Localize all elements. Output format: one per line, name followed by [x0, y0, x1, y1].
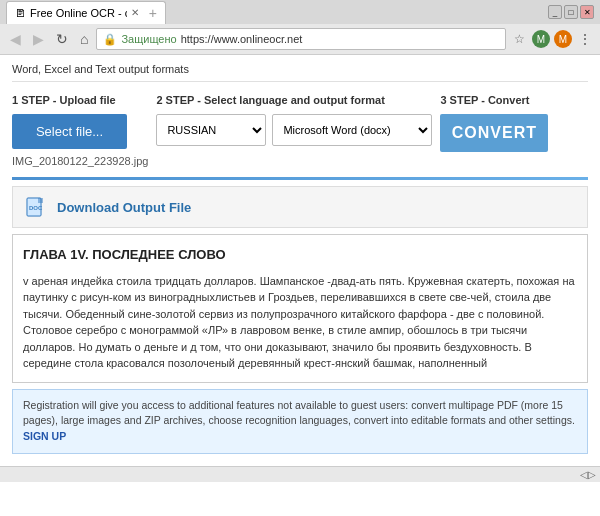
- svg-text:DOC: DOC: [29, 205, 43, 211]
- user-icon-orange[interactable]: M: [554, 30, 572, 48]
- step3-label: 3 STEP - Convert: [440, 94, 548, 106]
- step1-label: 1 STEP - Upload file: [12, 94, 148, 106]
- steps-section: 1 STEP - Upload file Select file... IMG_…: [12, 82, 588, 175]
- nav-bar: ◀ ▶ ↻ ⌂ 🔒 Защищено https://www.onlineocr…: [0, 24, 600, 54]
- svg-rect-3: [38, 198, 43, 203]
- header-text: Word, Excel and Text output formats: [12, 63, 189, 75]
- step2-label: 2 STEP - Select language and output form…: [156, 94, 432, 106]
- registration-text: Registration will give you access to add…: [23, 399, 575, 427]
- minimize-button[interactable]: _: [548, 5, 562, 19]
- user-icon-green[interactable]: M: [532, 30, 550, 48]
- page-content: Word, Excel and Text output formats 1 ST…: [0, 55, 600, 516]
- refresh-button[interactable]: ↻: [52, 29, 72, 49]
- new-tab-button[interactable]: +: [149, 5, 157, 21]
- title-bar: 🖹 Free Online OCR - conv... ✕ + _ □ ✕: [0, 0, 600, 24]
- uploaded-filename: IMG_20180122_223928.jpg: [12, 155, 148, 167]
- scroll-right-icon[interactable]: ▷: [588, 469, 596, 480]
- step3-block: 3 STEP - Convert CONVERT: [432, 94, 548, 152]
- browser-chrome: 🖹 Free Online OCR - conv... ✕ + _ □ ✕ ◀ …: [0, 0, 600, 55]
- download-file-icon: DOC: [25, 195, 49, 219]
- selects-row: RUSSIAN ENGLISH FRENCH Microsoft Word (d…: [156, 114, 432, 146]
- tab-close-button[interactable]: ✕: [131, 7, 139, 18]
- address-url: https://www.onlineocr.net: [181, 33, 303, 45]
- lock-icon: 🔒: [103, 33, 117, 46]
- divider: [12, 177, 588, 180]
- download-link[interactable]: Download Output File: [57, 200, 191, 215]
- window-controls: _ □ ✕: [548, 5, 594, 19]
- scroll-left-icon[interactable]: ◁: [580, 469, 588, 480]
- close-button[interactable]: ✕: [580, 5, 594, 19]
- output-body: v ареная индейка стоила тридцать долларо…: [23, 273, 577, 372]
- home-button[interactable]: ⌂: [76, 29, 92, 49]
- registration-notice: Registration will give you access to add…: [12, 389, 588, 454]
- browser-tab[interactable]: 🖹 Free Online OCR - conv... ✕ +: [6, 1, 166, 24]
- back-button[interactable]: ◀: [6, 29, 25, 49]
- menu-button[interactable]: ⋮: [576, 31, 594, 47]
- tab-favicon: 🖹: [15, 7, 26, 19]
- step1-block: 1 STEP - Upload file Select file... IMG_…: [12, 94, 148, 167]
- forward-button[interactable]: ▶: [29, 29, 48, 49]
- step2-block: 2 STEP - Select language and output form…: [148, 94, 432, 146]
- format-select[interactable]: Microsoft Word (docx) Microsoft Excel (x…: [272, 114, 432, 146]
- language-select[interactable]: RUSSIAN ENGLISH FRENCH: [156, 114, 266, 146]
- maximize-button[interactable]: □: [564, 5, 578, 19]
- address-bar[interactable]: 🔒 Защищено https://www.onlineocr.net: [96, 28, 506, 50]
- page-inner: Word, Excel and Text output formats 1 ST…: [0, 55, 600, 466]
- lock-label: Защищено: [121, 33, 176, 45]
- output-heading: ГЛАВА 1V. ПОСЛЕДНЕЕ СЛОВО: [23, 245, 577, 265]
- site-header: Word, Excel and Text output formats: [12, 55, 588, 82]
- output-text-box[interactable]: ГЛАВА 1V. ПОСЛЕДНЕЕ СЛОВО v ареная индей…: [12, 234, 588, 383]
- download-section: DOC Download Output File: [12, 186, 588, 228]
- browser-action-icons: ☆ M M ⋮: [510, 30, 594, 48]
- bookmark-icon[interactable]: ☆: [510, 30, 528, 48]
- signup-link[interactable]: SIGN UP: [23, 430, 66, 442]
- convert-button[interactable]: CONVERT: [440, 114, 548, 152]
- select-file-button[interactable]: Select file...: [12, 114, 127, 149]
- tab-title: Free Online OCR - conv...: [30, 7, 127, 19]
- bottom-scroll-bar[interactable]: ◁ ▷: [0, 466, 600, 482]
